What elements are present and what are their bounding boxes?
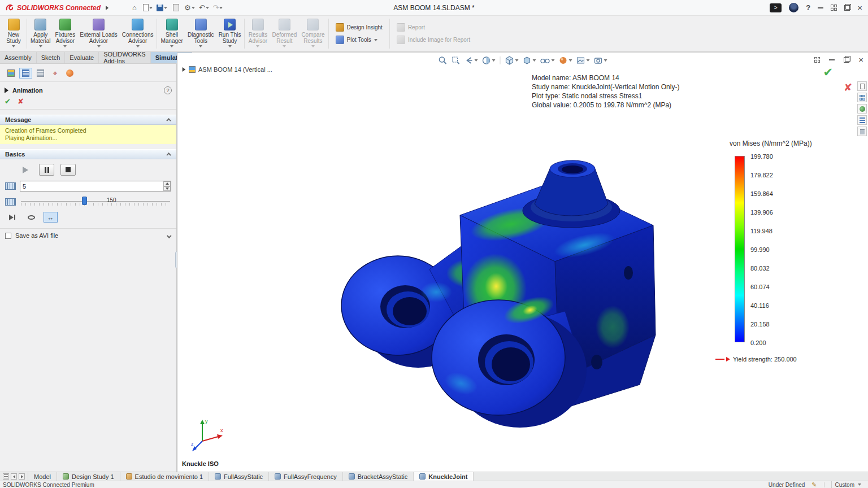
deformed-result-button[interactable]: DeformedResult xyxy=(270,16,299,51)
side-tool-grid-button[interactable] xyxy=(857,93,867,102)
undo-button[interactable]: ↶ xyxy=(198,2,210,14)
apply-scene-button[interactable] xyxy=(575,55,591,66)
side-tool-list-button[interactable] xyxy=(857,115,867,125)
report-button[interactable]: Report xyxy=(397,23,470,32)
frames-per-second-input[interactable] xyxy=(20,181,171,191)
results-advisor-button[interactable]: ResultsAdvisor xyxy=(246,16,270,51)
diagnostic-tools-button[interactable]: DiagnosticTools xyxy=(185,16,216,51)
custom-dropdown[interactable]: Custom xyxy=(831,481,865,488)
connections-advisor-button[interactable]: ConnectionsAdvisor xyxy=(120,16,156,51)
basics-group-header[interactable]: Basics xyxy=(0,149,176,159)
side-tool-appearance-button[interactable] xyxy=(857,104,867,114)
tab-estudio-de-movimiento-1[interactable]: Estudio de movimiento 1 xyxy=(120,472,209,481)
tab-evaluate[interactable]: Evaluate xyxy=(65,52,99,63)
dropdown-caret-icon[interactable] xyxy=(12,45,15,47)
document-restore-button[interactable] xyxy=(844,57,849,63)
tab-scroll-right-button[interactable] xyxy=(19,473,25,480)
run-this-study-button[interactable]: Run ThisStudy xyxy=(216,16,244,51)
hide-show-items-button[interactable] xyxy=(539,55,556,66)
tab-model[interactable]: Model xyxy=(28,472,57,481)
collapse-chevron-icon[interactable] xyxy=(166,152,171,157)
displaymanager-tab[interactable] xyxy=(63,68,76,79)
design-insight-button[interactable]: Design Insight xyxy=(336,23,383,32)
side-tool-trash-button[interactable] xyxy=(857,127,867,136)
dropdown-caret-icon[interactable] xyxy=(219,7,223,9)
restore-button[interactable] xyxy=(844,5,850,11)
spinner-up-button[interactable] xyxy=(163,181,171,186)
dropdown-caret-icon[interactable] xyxy=(228,45,232,47)
home-button[interactable]: ⌂ xyxy=(129,2,140,14)
flyout-feature-tree[interactable]: ASM BOOM 14 (Vertical ... xyxy=(182,66,272,73)
edit-pencil-icon[interactable]: ✎ xyxy=(811,482,817,488)
edit-appearance-button[interactable] xyxy=(558,55,574,66)
expand-chevron-icon[interactable] xyxy=(167,233,171,238)
view-settings-button[interactable] xyxy=(593,55,609,66)
ok-check-button[interactable]: ✔ xyxy=(5,97,11,106)
tab-solidworks-add-ins[interactable]: SOLIDWORKS Add-Ins xyxy=(99,52,151,63)
include-image-for-report-button[interactable]: Include Image for Report xyxy=(397,36,470,44)
dropdown-caret-icon[interactable] xyxy=(170,45,173,47)
tab-scroll-left-button[interactable] xyxy=(11,473,17,480)
knuckle-joint-model[interactable] xyxy=(319,141,669,446)
speed-slider[interactable]: 150 xyxy=(20,197,171,207)
minimize-button[interactable] xyxy=(818,7,823,8)
zoom-to-fit-button[interactable] xyxy=(437,55,449,66)
tab-design-study-1[interactable]: Design Study 1 xyxy=(57,472,120,481)
fixtures-advisor-button[interactable]: FixturesAdvisor xyxy=(53,16,78,51)
tab-knucklejoint[interactable]: KnuckleJoint xyxy=(414,472,474,481)
tab-fullassyfrequency[interactable]: FullAssyFrequency xyxy=(269,472,343,481)
tab-sketch[interactable]: Sketch xyxy=(37,52,66,63)
user-avatar[interactable] xyxy=(789,3,798,12)
tile-windows-icon[interactable] xyxy=(814,57,820,63)
tab-view-button[interactable] xyxy=(831,5,837,11)
panel-help-button[interactable]: ? xyxy=(164,86,172,94)
tab-list-button[interactable] xyxy=(3,473,9,480)
tree-expand-icon[interactable] xyxy=(183,67,186,72)
dropdown-caret-icon[interactable] xyxy=(552,59,555,62)
tab-fullassystatic[interactable]: FullAssyStatic xyxy=(209,472,269,481)
slider-handle[interactable] xyxy=(82,197,87,205)
graphics-viewport[interactable]: ASM BOOM 14 (Vertical ... Model name: AS… xyxy=(177,53,868,472)
close-button[interactable] xyxy=(857,3,862,12)
external-loads-advisor-button[interactable]: External LoadsAdvisor xyxy=(77,16,120,51)
plot-tools-button[interactable]: Plot Tools xyxy=(336,36,383,44)
tab-assembly[interactable]: Assembly xyxy=(0,52,37,63)
new-document-button[interactable] xyxy=(142,2,154,14)
propertymanager-tab[interactable] xyxy=(19,68,32,79)
featuremanager-tab[interactable] xyxy=(5,68,18,79)
confirm-ok-button[interactable]: ✔ xyxy=(823,66,833,79)
dropdown-caret-icon[interactable] xyxy=(569,59,572,62)
play-button[interactable] xyxy=(18,164,33,176)
new-study-button[interactable]: NewStudy xyxy=(2,16,25,51)
document-close-button[interactable] xyxy=(858,55,863,64)
attach-button[interactable] xyxy=(170,2,181,14)
save-avi-checkbox[interactable] xyxy=(5,233,11,239)
dropdown-caret-icon[interactable] xyxy=(374,39,377,41)
dropdown-caret-icon[interactable] xyxy=(192,7,195,9)
dropdown-caret-icon[interactable] xyxy=(97,45,101,47)
spinner-down-button[interactable] xyxy=(163,186,171,191)
dropdown-caret-icon[interactable] xyxy=(206,7,209,9)
apply-material-button[interactable]: ApplyMaterial xyxy=(28,16,53,51)
shell-manager-button[interactable]: ShellManager xyxy=(158,16,185,51)
help-button[interactable]: ? xyxy=(806,3,810,12)
dropdown-caret-icon[interactable] xyxy=(604,59,607,62)
dropdown-caret-icon[interactable] xyxy=(63,45,67,47)
compare-results-button[interactable]: CompareResults xyxy=(299,16,327,51)
3dexperience-console-icon[interactable] xyxy=(770,3,782,12)
configurationmanager-tab[interactable] xyxy=(34,68,47,79)
save-button[interactable] xyxy=(155,2,168,14)
logo-flyout-arrow-icon[interactable] xyxy=(106,6,108,10)
cancel-x-button[interactable]: ✘ xyxy=(18,97,24,106)
dropdown-caret-icon[interactable] xyxy=(533,59,536,62)
dimxpertmanager-tab[interactable]: ⌖ xyxy=(49,68,62,79)
reciprocate-button[interactable]: ↔ xyxy=(44,212,58,223)
dropdown-caret-icon[interactable] xyxy=(492,59,496,62)
side-tool-document-button[interactable] xyxy=(857,81,867,91)
pause-button[interactable] xyxy=(39,164,54,176)
section-view-button[interactable] xyxy=(481,55,497,66)
previous-view-button[interactable] xyxy=(463,55,479,66)
document-minimize-button[interactable] xyxy=(829,59,835,60)
dropdown-caret-icon[interactable] xyxy=(149,7,153,9)
flyout-triangle-icon[interactable] xyxy=(5,88,8,93)
